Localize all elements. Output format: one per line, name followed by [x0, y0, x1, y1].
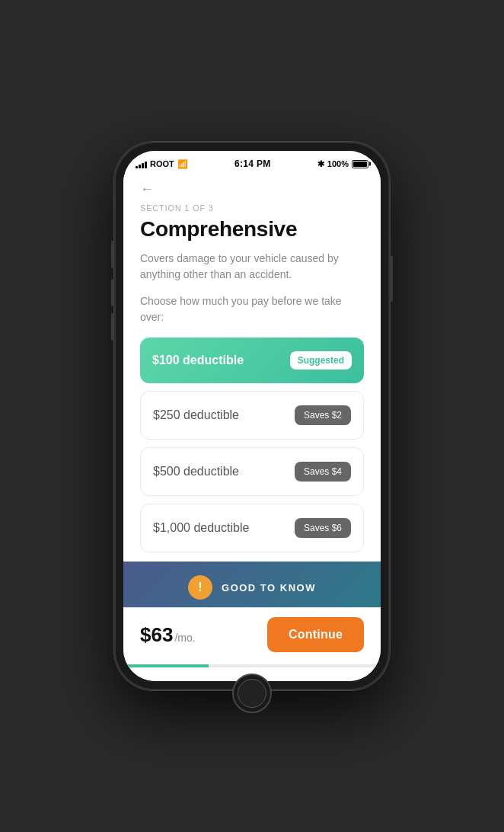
- good-to-know-icon: !: [188, 575, 212, 600]
- signal-bar-1: [136, 166, 138, 168]
- option-1000-label: $1,000 deductible: [153, 521, 249, 535]
- saves-4-badge: Saves $4: [295, 462, 351, 482]
- option-100-deductible[interactable]: $100 deductible Suggested: [140, 338, 364, 383]
- status-left: ROOT 📶: [136, 159, 188, 169]
- status-right: ✱ 100%: [317, 159, 368, 169]
- suggested-badge: Suggested: [290, 351, 352, 370]
- back-arrow-icon: ←: [140, 181, 154, 197]
- option-500-deductible[interactable]: $500 deductible Saves $4: [140, 447, 364, 496]
- price-amount: $63: [140, 623, 173, 647]
- option-500-label: $500 deductible: [153, 465, 239, 478]
- status-bar: ROOT 📶 6:14 PM ✱ 100%: [123, 151, 381, 172]
- continue-button[interactable]: Continue: [267, 617, 364, 652]
- battery-percent: 100%: [327, 159, 349, 168]
- sub-description-text: Choose how much you pay before we take o…: [140, 293, 364, 325]
- option-100-label: $100 deductible: [152, 354, 244, 367]
- saves-6-badge: Saves $6: [295, 518, 351, 538]
- option-250-label: $250 deductible: [153, 408, 239, 422]
- bluetooth-icon: ✱: [317, 159, 324, 169]
- price-period: /mo.: [174, 632, 195, 644]
- signal-bars: [136, 160, 147, 168]
- page-title: Comprehensive: [140, 217, 364, 242]
- description-text: Covers damage to your vehicle caused by …: [140, 251, 364, 283]
- bottom-bar: $63 /mo. Continue: [123, 607, 381, 664]
- phone-screen: ROOT 📶 6:14 PM ✱ 100% ←: [123, 151, 381, 681]
- saves-2-badge: Saves $2: [295, 405, 351, 425]
- good-to-know-banner[interactable]: ! GOOD TO KNOW: [123, 562, 381, 607]
- deductible-options: $100 deductible Suggested $250 deductibl…: [140, 338, 364, 552]
- carrier-name: ROOT: [150, 159, 174, 168]
- wifi-icon: 📶: [177, 159, 188, 169]
- app-content: ← SECTION 1 OF 3 Comprehensive Covers da…: [123, 172, 381, 607]
- signal-bar-4: [145, 162, 147, 168]
- back-button[interactable]: ←: [140, 181, 154, 197]
- signal-bar-2: [139, 165, 141, 168]
- home-button[interactable]: [232, 674, 272, 713]
- home-button-inner: [238, 679, 266, 708]
- signal-bar-3: [142, 163, 144, 168]
- phone-frame: ROOT 📶 6:14 PM ✱ 100% ←: [114, 142, 390, 690]
- status-time: 6:14 PM: [234, 158, 270, 169]
- good-to-know-text: GOOD TO KNOW: [222, 582, 316, 594]
- battery-icon: [352, 160, 368, 168]
- section-label: SECTION 1 OF 3: [140, 203, 364, 213]
- option-250-deductible[interactable]: $250 deductible Saves $2: [140, 391, 364, 440]
- price-display: $63 /mo.: [140, 623, 196, 647]
- option-1000-deductible[interactable]: $1,000 deductible Saves $6: [140, 504, 364, 552]
